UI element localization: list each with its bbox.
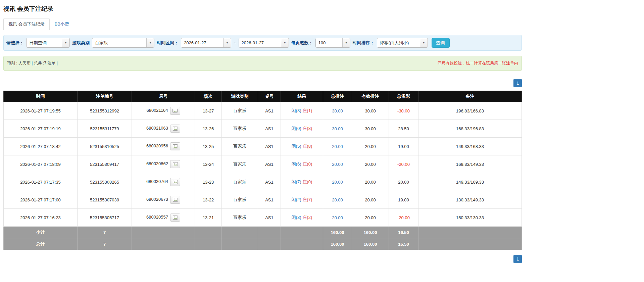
cell-total-bet[interactable]: 30.00 [323, 120, 352, 138]
cell-table-no: AS1 [258, 191, 281, 209]
cell-result: 闲(5)庄(8) [281, 138, 323, 155]
cell-game-type: 百家乐 [222, 155, 258, 173]
info-bar: 币别 : 人民币 | 总共 :7 注单 | 同局有效投注，统一计算在该局第一张注… [3, 56, 522, 71]
cell-note: 196.83/166.83 [418, 102, 522, 120]
cell-time: 2026-01-27 07:19:19 [4, 120, 78, 138]
total-payout: 16.50 [389, 238, 418, 250]
round-id: 680020956 [146, 143, 168, 148]
cell-result: 闲(3)庄(1) [281, 102, 323, 120]
date-range-separator: ~ [234, 40, 236, 45]
round-media-button[interactable] [170, 125, 180, 133]
result-player: 闲(7) [292, 179, 301, 184]
cell-bet-id: 523155309417 [78, 155, 132, 173]
page-container: 视讯 会员下注纪录 视讯 会员下注纪录 BB小费 请选择： ▼ 游戏类别 ▼ 时… [3, 0, 522, 263]
dropdown-arrow-icon[interactable]: ▼ [223, 38, 231, 47]
page-size-input[interactable] [316, 38, 342, 47]
result-player: 闲(6) [292, 161, 301, 167]
cell-valid-bet: 20.00 [352, 209, 389, 227]
sort-combo: ▼ [377, 38, 428, 48]
cell-game-type: 百家乐 [222, 209, 258, 227]
cell-time: 2026-01-27 07:16:23 [4, 209, 78, 227]
cell-payout: 20.00 [389, 173, 418, 191]
page-size-combo: ▼ [315, 38, 350, 48]
total-label: 总计 [4, 238, 78, 250]
cell-bet-id: 523155311779 [78, 120, 132, 138]
round-media-button[interactable] [170, 107, 180, 115]
game-type-input[interactable] [92, 38, 146, 47]
page-1-button[interactable]: 1 [513, 255, 522, 263]
game-type-combo: ▼ [92, 38, 154, 48]
cell-session: 13-25 [195, 138, 222, 155]
filter-bar: 请选择： ▼ 游戏类别 ▼ 时间区间： ▼ ~ ▼ 每页笔数： ▼ 时间排序： … [3, 35, 522, 51]
page-1-button[interactable]: 1 [513, 79, 522, 87]
cell-session: 13-27 [195, 102, 222, 120]
cell-total-bet[interactable]: 20.00 [323, 209, 352, 227]
cell-session: 13-26 [195, 120, 222, 138]
total-valid-bet: 160.00 [352, 238, 389, 250]
header-result: 结果 [281, 91, 323, 102]
pagination-bottom: 1 [3, 255, 522, 263]
cell-note: 149.33/168.33 [418, 138, 522, 155]
result-banker: 庄(1) [303, 108, 312, 113]
cell-game-type: 百家乐 [222, 191, 258, 209]
cell-result: 闲(2)庄(7) [281, 191, 323, 209]
result-banker: 庄(2) [303, 215, 312, 220]
round-id: 680020673 [146, 197, 168, 202]
result-banker: 庄(0) [303, 161, 312, 167]
cell-table-no: AS1 [258, 102, 281, 120]
cell-note: 168.33/196.83 [418, 120, 522, 138]
cell-valid-bet: 20.00 [352, 173, 389, 191]
cell-valid-bet: 20.00 [352, 138, 389, 155]
currency-summary: 币别 : 人民币 | 总共 :7 注单 | [7, 60, 58, 66]
dropdown-arrow-icon[interactable]: ▼ [146, 38, 154, 47]
cell-total-bet[interactable]: 20.00 [323, 155, 352, 173]
cell-round: 680020764 [132, 173, 195, 191]
round-media-button[interactable] [170, 142, 180, 150]
date-from-combo: ▼ [181, 38, 231, 48]
cell-session: 13-21 [195, 209, 222, 227]
result-player: 闲(0) [292, 126, 301, 131]
search-button[interactable]: 查询 [432, 38, 450, 48]
image-icon [172, 109, 178, 113]
round-media-button[interactable] [170, 160, 180, 168]
dropdown-arrow-icon[interactable]: ▼ [281, 38, 289, 47]
query-type-combo: ▼ [26, 38, 70, 48]
round-media-button[interactable] [170, 178, 180, 186]
total-total-bet: 160.00 [323, 238, 352, 250]
image-icon [173, 144, 178, 148]
subtotal-count: 7 [78, 227, 132, 238]
cell-total-bet[interactable]: 30.00 [323, 102, 352, 120]
result-banker: 庄(0) [303, 179, 312, 184]
round-media-button[interactable] [170, 196, 180, 204]
query-type-input[interactable] [27, 38, 62, 47]
bet-records-table: 时间 注单编号 局号 场次 游戏类别 桌号 结果 总投注 有效投注 总派彩 备注… [3, 91, 522, 250]
result-banker: 庄(8) [303, 144, 312, 149]
cell-time: 2026-01-27 07:19:55 [4, 102, 78, 120]
dropdown-arrow-icon[interactable]: ▼ [342, 38, 350, 47]
date-from-input[interactable] [181, 38, 223, 47]
cell-game-type: 百家乐 [222, 102, 258, 120]
cell-time: 2026-01-27 07:18:09 [4, 155, 78, 173]
dropdown-arrow-icon[interactable]: ▼ [62, 38, 69, 47]
dropdown-arrow-icon[interactable]: ▼ [420, 38, 428, 47]
cell-bet-id: 523155307039 [78, 191, 132, 209]
date-to-input[interactable] [239, 38, 281, 47]
subtotal-row: 小计 7 160.00 160.00 16.50 [4, 227, 522, 238]
cell-total-bet[interactable]: 20.00 [323, 191, 352, 209]
round-media-button[interactable] [170, 214, 180, 222]
table-row: 2026-01-27 07:19:55 523155312992 6800211… [4, 102, 522, 120]
header-time: 时间 [4, 91, 78, 102]
cell-total-bet[interactable]: 20.00 [323, 173, 352, 191]
cell-total-bet[interactable]: 20.00 [323, 138, 352, 155]
tab-betting-records[interactable]: 视讯 会员下注纪录 [3, 18, 50, 30]
sort-input[interactable] [377, 38, 420, 47]
tab-bb-tips[interactable]: BB小费 [50, 18, 74, 30]
cell-valid-bet: 20.00 [352, 191, 389, 209]
cell-round: 680020862 [132, 155, 195, 173]
tab-bar: 视讯 会员下注纪录 BB小费 [3, 18, 522, 30]
result-player: 闲(3) [292, 108, 301, 113]
cell-note: 169.33/149.33 [418, 155, 522, 173]
cell-result: 闲(6)庄(0) [281, 155, 323, 173]
round-id: 680020764 [146, 179, 168, 184]
header-table-no: 桌号 [258, 91, 281, 102]
